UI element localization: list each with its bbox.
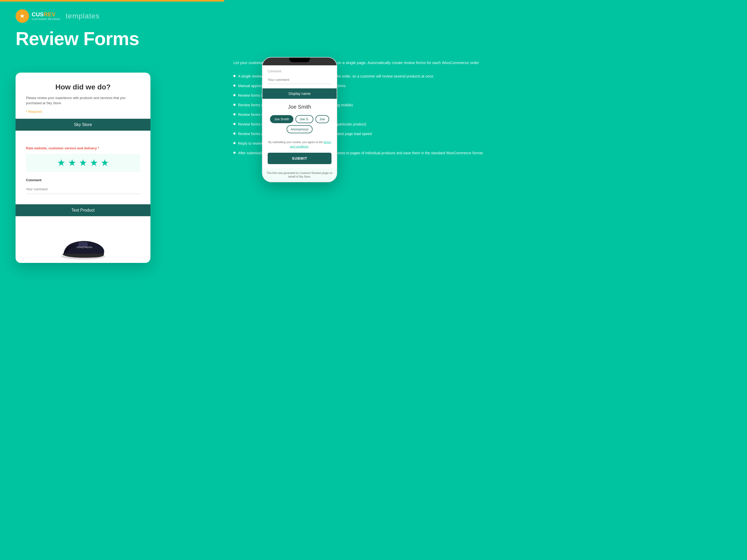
mobile-display-section: Display name Joe Smith Joe Smith Joe S. … [262, 88, 337, 136]
bullet-icon [233, 94, 235, 96]
mobile-name-options[interactable]: Joe Smith Joe S. Joe Anonymous [262, 112, 337, 136]
name-chip-abbr[interactable]: Joe S. [295, 115, 313, 123]
mobile-comment-label: Comment [268, 70, 332, 73]
bullet-icon [233, 113, 235, 115]
mobile-notch-bar [262, 58, 337, 65]
logo-icon: ★ [16, 9, 29, 23]
rate-label: Rate website, customer service and deliv… [26, 146, 140, 150]
product-content [16, 216, 150, 263]
stars-row[interactable]: ★ ★ ★ ★ ★ [26, 154, 140, 172]
mobile-display-header: Display name [262, 88, 337, 99]
mobile-terms: By submitting your review, you agree to … [262, 136, 337, 153]
main-content: How did we do? Please review your experi… [0, 57, 747, 254]
templates-label: templates [66, 12, 99, 20]
logo-sub: CUSTOMER REVIEWS [32, 18, 60, 21]
logo-text: CUSREV CUSTOMER REVIEWS [32, 12, 60, 21]
name-chip-first[interactable]: Joe [315, 115, 329, 123]
form-title: How did we do? [26, 83, 140, 91]
bullet-icon [233, 142, 235, 144]
form-description: Please review your experience with produ… [26, 96, 140, 106]
header: ★ CUSREV CUSTOMER REVIEWS templates [0, 2, 747, 28]
mobile-notch [289, 58, 310, 62]
bullet-icon [233, 104, 235, 106]
mobile-comment-area: Comment [262, 65, 337, 88]
mobile-footer: This form was generated by Customer Revi… [262, 168, 337, 182]
name-chip-anon[interactable]: Anonymous [287, 125, 313, 133]
desktop-form-mockup: How did we do? Please review your experi… [16, 73, 150, 263]
star-3[interactable]: ★ [79, 157, 87, 168]
mockups-container: How did we do? Please review your experi… [16, 57, 223, 239]
required-label: * Required [26, 110, 140, 113]
logo-cus: CUS [32, 12, 44, 17]
bullet-icon [233, 152, 235, 154]
name-chip-full[interactable]: Joe Smith [270, 115, 293, 123]
shoe-image [26, 232, 140, 263]
desktop-mockup-wrapper: How did we do? Please review your experi… [16, 73, 150, 263]
bullet-icon [233, 132, 235, 135]
product-section [26, 226, 140, 263]
star-1[interactable]: ★ [57, 157, 66, 168]
store-section-header: Sky Store [16, 119, 150, 131]
comment-input[interactable] [26, 185, 140, 194]
star-2[interactable]: ★ [68, 157, 76, 168]
star-5[interactable]: ★ [101, 157, 109, 168]
page-title: Review Forms [0, 28, 747, 57]
star-icon: ★ [20, 13, 25, 20]
shoe-svg [57, 232, 109, 263]
bullet-icon [233, 84, 235, 87]
mobile-display-name: Joe Smith [262, 99, 337, 112]
mobile-form-mockup: Comment Display name Joe Smith Joe Smith… [262, 57, 337, 182]
logo-rev: REV [44, 12, 55, 17]
product-section-header: Test Product [16, 204, 150, 216]
rate-section: Rate website, customer service and deliv… [26, 141, 140, 199]
star-4[interactable]: ★ [90, 157, 98, 168]
bullet-icon [233, 75, 235, 77]
comment-label: Comment [26, 178, 140, 182]
bullet-icon [233, 123, 235, 125]
section-content: Rate website, customer service and deliv… [16, 131, 150, 199]
logo-area: ★ CUSREV CUSTOMER REVIEWS [16, 9, 60, 23]
mobile-submit-button[interactable]: SUBMIT [268, 153, 332, 164]
desktop-form-inner: How did we do? Please review your experi… [16, 73, 150, 113]
mobile-comment-input[interactable] [268, 76, 332, 84]
